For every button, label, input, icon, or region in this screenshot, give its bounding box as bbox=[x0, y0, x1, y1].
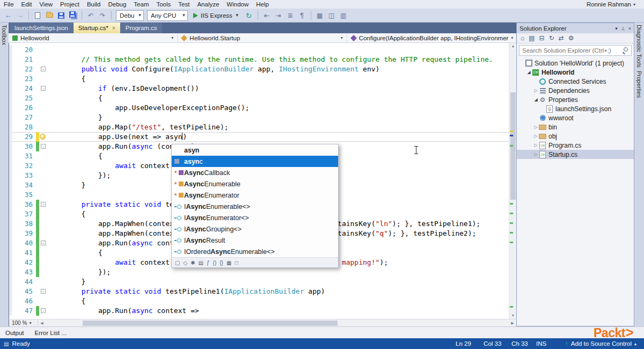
menu-build[interactable]: Build bbox=[83, 1, 105, 8]
breadcrumb-segment-1[interactable]: Helloworld.Startup▾ bbox=[178, 33, 347, 42]
filter-icon[interactable]: ▤ bbox=[199, 260, 203, 266]
close-icon[interactable]: × bbox=[628, 26, 631, 31]
window-position-icon[interactable]: ▾ bbox=[615, 26, 618, 31]
fold-collapse-icon[interactable]: - bbox=[41, 86, 46, 91]
tree-item-wwwroot[interactable]: wwwroot bbox=[517, 113, 634, 122]
fold-margin[interactable] bbox=[39, 258, 48, 267]
menu-window[interactable]: Window bbox=[223, 1, 252, 8]
platform-dropdown[interactable]: Any CPU ▼ bbox=[147, 10, 188, 21]
expanded-arrow-icon[interactable]: ◢ bbox=[533, 97, 539, 102]
fold-margin[interactable] bbox=[39, 171, 48, 180]
toolbar-extra-icon-2[interactable]: ◫ bbox=[326, 10, 337, 21]
code-editor[interactable]: 2021 // This method gets called by the r… bbox=[9, 43, 516, 319]
show-whitespace-icon[interactable]: ¶ bbox=[297, 10, 308, 21]
fold-margin[interactable] bbox=[39, 248, 48, 258]
filter-icon[interactable]: {} bbox=[219, 260, 223, 266]
menu-debug[interactable]: Debug bbox=[104, 1, 130, 8]
scroll-right-icon[interactable]: ▶ bbox=[509, 321, 516, 325]
fold-margin[interactable] bbox=[39, 219, 48, 229]
filter-icon[interactable]: () bbox=[213, 260, 217, 266]
fold-margin[interactable] bbox=[39, 55, 48, 64]
fold-margin[interactable] bbox=[39, 45, 48, 55]
completion-item[interactable]: IAsyncEnumerable<> bbox=[172, 201, 338, 212]
side-tab-properties[interactable]: Properties bbox=[636, 71, 642, 98]
fold-margin[interactable]: - bbox=[39, 200, 48, 209]
collapsed-arrow-icon[interactable]: ▷ bbox=[533, 88, 539, 93]
navigate-back-icon[interactable]: ← bbox=[3, 10, 13, 21]
tree-item-startup-cs[interactable]: ▷Startup.cs bbox=[517, 150, 634, 159]
pin-icon[interactable]: ⊥ bbox=[621, 26, 625, 31]
save-icon[interactable] bbox=[56, 10, 67, 21]
fold-margin[interactable]: - bbox=[39, 84, 48, 93]
fold-collapse-icon[interactable]: - bbox=[41, 289, 46, 294]
collapsed-arrow-icon[interactable]: ▷ bbox=[533, 152, 539, 157]
tree-item-launchsettings-json[interactable]: launchSettings.json bbox=[517, 104, 634, 113]
new-file-icon[interactable] bbox=[32, 10, 43, 21]
menu-tools[interactable]: Tools bbox=[152, 1, 174, 8]
account-menu[interactable]: Ronnie Rahman ▾ bbox=[587, 1, 644, 8]
filter-icon[interactable]: ✱ bbox=[191, 260, 195, 266]
bottom-tab-error-list-[interactable]: Error List ... bbox=[30, 330, 72, 336]
fold-collapse-icon[interactable]: - bbox=[41, 144, 46, 149]
line-options-icon[interactable]: ≣ bbox=[285, 10, 296, 21]
tree-item-properties[interactable]: ◢Properties bbox=[517, 95, 634, 104]
bottom-tab-output[interactable]: Output bbox=[0, 330, 30, 336]
refresh-icon[interactable]: ↻ bbox=[244, 10, 254, 21]
toolbar-extra-icon-3[interactable]: ▥ bbox=[338, 10, 349, 21]
fold-margin[interactable] bbox=[39, 180, 48, 190]
toolbox-tab[interactable]: Toolbox bbox=[1, 25, 8, 45]
completion-item[interactable]: IAsyncEnumerator<> bbox=[172, 212, 338, 223]
completion-item[interactable]: IAsyncGrouping<> bbox=[172, 223, 338, 235]
tree-item-bin[interactable]: ▷bin bbox=[517, 122, 634, 132]
completion-item[interactable]: async bbox=[172, 156, 338, 167]
fold-margin[interactable] bbox=[39, 277, 48, 287]
fold-margin[interactable]: - bbox=[39, 238, 48, 248]
menu-team[interactable]: Team bbox=[130, 1, 152, 8]
menu-help[interactable]: Help bbox=[252, 1, 273, 8]
filter-icon[interactable]: ▢ bbox=[175, 260, 180, 266]
completion-item[interactable]: *AsyncEnumerable bbox=[172, 178, 338, 190]
fold-margin[interactable] bbox=[39, 190, 48, 200]
lightbulb-icon[interactable] bbox=[40, 134, 46, 140]
tree-item-program-cs[interactable]: ▷Program.cs bbox=[517, 141, 634, 150]
fold-margin[interactable] bbox=[39, 161, 48, 171]
save-all-icon[interactable] bbox=[68, 10, 78, 21]
fold-margin[interactable] bbox=[39, 209, 48, 219]
toolbar-extra-icon-1[interactable]: ▦ bbox=[314, 10, 325, 21]
solution-explorer-search[interactable] bbox=[519, 45, 632, 56]
properties-icon[interactable]: ⚙ bbox=[568, 34, 574, 42]
add-to-source-control-button[interactable]: ↑ Add to Source Control ▴ bbox=[565, 340, 636, 347]
menu-file[interactable]: File bbox=[0, 1, 18, 8]
filter-icon[interactable]: ▦ bbox=[226, 260, 231, 266]
tab-program-cs[interactable]: Program.cs bbox=[121, 23, 162, 33]
fold-collapse-icon[interactable]: - bbox=[41, 67, 46, 71]
fold-margin[interactable]: - bbox=[39, 142, 48, 151]
start-debugging-button[interactable]: IIS Express ▼ bbox=[190, 10, 243, 21]
fold-collapse-icon[interactable]: - bbox=[41, 241, 46, 245]
collapsed-arrow-icon[interactable]: ▷ bbox=[533, 125, 539, 129]
menu-test[interactable]: Test bbox=[174, 1, 193, 8]
increase-indent-icon[interactable]: ⇥ bbox=[273, 10, 284, 21]
horizontal-scrollbar-thumb[interactable] bbox=[83, 321, 338, 326]
filter-icon[interactable]: ƒ bbox=[207, 260, 210, 266]
tab-launchsettings-json[interactable]: launchSettings.json bbox=[10, 23, 73, 33]
fold-margin[interactable] bbox=[39, 113, 48, 122]
fold-margin[interactable] bbox=[39, 122, 48, 132]
fold-margin[interactable] bbox=[39, 132, 48, 142]
tree-item-dependencies[interactable]: ▷Dependencies bbox=[517, 86, 634, 95]
completion-item[interactable]: *AsyncEnumerator bbox=[172, 190, 338, 201]
undo-icon[interactable]: ↶ bbox=[85, 10, 96, 21]
scroll-left-icon[interactable]: ◀ bbox=[38, 321, 46, 325]
expanded-arrow-icon[interactable]: ◢ bbox=[526, 70, 532, 75]
collapse-all-icon[interactable]: ⊟ bbox=[539, 34, 545, 42]
filter-icon[interactable]: ◇ bbox=[183, 260, 187, 266]
fold-collapse-icon[interactable]: - bbox=[41, 202, 46, 207]
refresh-icon[interactable]: ↻ bbox=[549, 34, 554, 42]
tree-item-solution-helloworld-1-project-[interactable]: Solution 'HelloWorld' (1 project) bbox=[517, 59, 634, 68]
completion-item[interactable]: asyn bbox=[172, 144, 338, 156]
fold-margin[interactable]: - bbox=[39, 306, 48, 316]
show-all-files-icon[interactable]: ▤ bbox=[529, 34, 535, 42]
scroll-up-icon[interactable]: ▲ bbox=[509, 43, 516, 49]
home-icon[interactable]: ⌂ bbox=[521, 34, 524, 42]
configuration-dropdown[interactable]: Debu ▼ bbox=[116, 10, 144, 21]
